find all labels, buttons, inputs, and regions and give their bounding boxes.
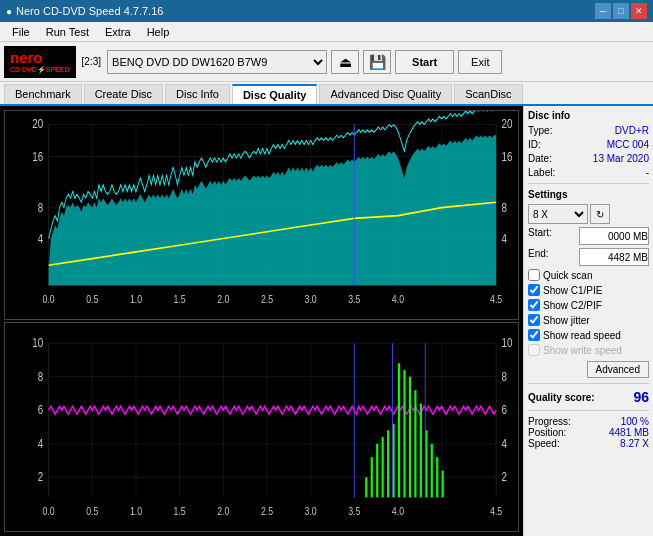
show-read-speed-row: Show read speed: [528, 329, 649, 341]
svg-text:3.5: 3.5: [348, 505, 361, 517]
svg-text:2.5: 2.5: [261, 293, 274, 305]
divider-3: [528, 410, 649, 411]
disc-date-row: Date: 13 Mar 2020: [528, 153, 649, 164]
svg-rect-74: [371, 457, 373, 497]
svg-text:20: 20: [32, 117, 43, 130]
svg-rect-81: [409, 377, 411, 498]
disc-date-label: Date:: [528, 153, 552, 164]
show-read-speed-label: Show read speed: [543, 330, 621, 341]
disc-type-value: DVD+R: [615, 125, 649, 136]
svg-text:0.0: 0.0: [43, 293, 56, 305]
show-c2-checkbox[interactable]: [528, 299, 540, 311]
svg-text:3.0: 3.0: [305, 293, 318, 305]
progress-section: Progress: 100 % Position: 4481 MB Speed:…: [528, 416, 649, 449]
quick-scan-checkbox[interactable]: [528, 269, 540, 281]
menu-bar: File Run Test Extra Help: [0, 22, 653, 42]
close-button[interactable]: ✕: [631, 3, 647, 19]
svg-rect-80: [403, 370, 405, 497]
show-write-speed-row: Show write speed: [528, 344, 649, 356]
advanced-button[interactable]: Advanced: [587, 361, 649, 378]
svg-text:16: 16: [502, 150, 513, 163]
quality-score-value: 96: [633, 389, 649, 405]
svg-text:0.5: 0.5: [86, 293, 99, 305]
tab-benchmark[interactable]: Benchmark: [4, 84, 82, 104]
divider-1: [528, 183, 649, 184]
end-row: End:: [528, 248, 649, 266]
show-write-speed-label: Show write speed: [543, 345, 622, 356]
maximize-button[interactable]: □: [613, 3, 629, 19]
speed-value: 8.27 X: [620, 438, 649, 449]
menu-help[interactable]: Help: [139, 24, 178, 40]
svg-text:4: 4: [502, 437, 507, 450]
tab-create-disc[interactable]: Create Disc: [84, 84, 163, 104]
show-jitter-checkbox[interactable]: [528, 314, 540, 326]
svg-rect-85: [431, 444, 433, 498]
svg-text:4.5: 4.5: [490, 505, 503, 517]
title-bar-left: ● Nero CD-DVD Speed 4.7.7.16: [6, 5, 163, 17]
show-jitter-row: Show jitter: [528, 314, 649, 326]
svg-text:2.5: 2.5: [261, 505, 274, 517]
disc-label-label: Label:: [528, 167, 555, 178]
refresh-button[interactable]: ↻: [590, 204, 610, 224]
svg-rect-82: [414, 390, 416, 497]
show-jitter-label: Show jitter: [543, 315, 590, 326]
nero-logo: nero CD·DVD⚡SPEED: [4, 46, 76, 78]
menu-run-test[interactable]: Run Test: [38, 24, 97, 40]
minimize-button[interactable]: ─: [595, 3, 611, 19]
show-c1-checkbox[interactable]: [528, 284, 540, 296]
disc-label-row: Label: -: [528, 167, 649, 178]
drive-label: [2:3]: [80, 56, 103, 67]
divider-2: [528, 383, 649, 384]
svg-text:8: 8: [502, 370, 507, 383]
svg-text:4: 4: [38, 437, 43, 450]
disc-id-row: ID: MCC 004: [528, 139, 649, 150]
menu-file[interactable]: File: [4, 24, 38, 40]
position-label: Position:: [528, 427, 566, 438]
position-row: Position: 4481 MB: [528, 427, 649, 438]
drive-select[interactable]: BENQ DVD DD DW1620 B7W9: [107, 50, 327, 74]
toolbar: nero CD·DVD⚡SPEED [2:3] BENQ DVD DD DW16…: [0, 42, 653, 82]
quick-scan-label: Quick scan: [543, 270, 592, 281]
show-write-speed-checkbox: [528, 344, 540, 356]
svg-text:3.0: 3.0: [305, 505, 318, 517]
progress-label: Progress:: [528, 416, 571, 427]
disc-id-value: MCC 004: [607, 139, 649, 150]
chart-bottom-svg: 10 8 6 4 2 10 8 6 4 2 0.0 0.5 1.0 1.5 2.…: [5, 323, 518, 531]
end-input[interactable]: [579, 248, 649, 266]
disc-label-value: -: [646, 167, 649, 178]
progress-value: 100 %: [621, 416, 649, 427]
speed-label: Speed:: [528, 438, 560, 449]
start-button[interactable]: Start: [395, 50, 454, 74]
show-c1-label: Show C1/PIE: [543, 285, 602, 296]
end-label: End:: [528, 248, 549, 266]
svg-text:2: 2: [38, 470, 43, 483]
right-panel: Disc info Type: DVD+R ID: MCC 004 Date: …: [523, 106, 653, 536]
svg-text:8: 8: [38, 201, 43, 214]
eject-button[interactable]: ⏏: [331, 50, 359, 74]
tab-disc-info[interactable]: Disc Info: [165, 84, 230, 104]
tab-advanced-disc-quality[interactable]: Advanced Disc Quality: [319, 84, 452, 104]
settings-title: Settings: [528, 189, 649, 200]
menu-extra[interactable]: Extra: [97, 24, 139, 40]
svg-text:0.0: 0.0: [43, 505, 56, 517]
svg-text:10: 10: [502, 336, 513, 349]
quick-scan-row: Quick scan: [528, 269, 649, 281]
tab-bar: Benchmark Create Disc Disc Info Disc Qua…: [0, 82, 653, 106]
quality-score-row: Quality score: 96: [528, 389, 649, 405]
svg-text:2: 2: [502, 470, 507, 483]
exit-button[interactable]: Exit: [458, 50, 502, 74]
tab-scan-disc[interactable]: ScanDisc: [454, 84, 522, 104]
show-c2-row: Show C2/PIF: [528, 299, 649, 311]
speed-select[interactable]: 8 X: [528, 204, 588, 224]
tab-disc-quality[interactable]: Disc Quality: [232, 84, 318, 104]
start-input[interactable]: [579, 227, 649, 245]
svg-text:8: 8: [502, 201, 507, 214]
svg-rect-79: [398, 363, 400, 497]
show-read-speed-checkbox[interactable]: [528, 329, 540, 341]
disc-info-title: Disc info: [528, 110, 649, 121]
svg-text:1.0: 1.0: [130, 293, 143, 305]
save-button[interactable]: 💾: [363, 50, 391, 74]
chart-top: 20 16 8 4 20 16 8 4 0.0 0.5 1.0 1.5 2.0 …: [4, 110, 519, 320]
disc-id-label: ID:: [528, 139, 541, 150]
title-bar-controls: ─ □ ✕: [595, 3, 647, 19]
